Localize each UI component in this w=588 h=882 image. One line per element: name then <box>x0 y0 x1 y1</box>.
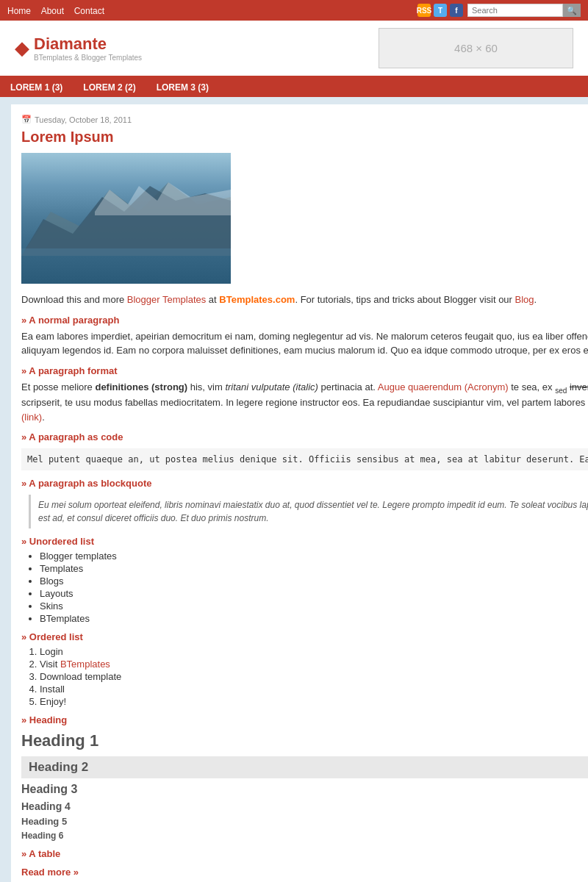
site-tagline: BTemplates & Blogger Templates <box>34 54 142 62</box>
pf-end2: . <box>42 412 45 423</box>
ol-item: Enjoy! <box>40 696 588 707</box>
logo-wrapper: ◆ Diamante BTemplates & Blogger Template… <box>15 35 142 62</box>
svg-rect-3 <box>21 248 231 256</box>
heading-4-demo: Heading 4 <box>21 800 588 812</box>
italic-text: tritani vulputate (italic) <box>225 381 318 392</box>
post-date-text: Tuesday, October 18, 2011 <box>35 115 132 124</box>
sub-text: sed <box>555 386 567 394</box>
logo: ◆ Diamante BTemplates & Blogger Template… <box>15 35 142 62</box>
section-heading-label: » Heading <box>21 714 588 725</box>
section-table: » A table <box>21 848 588 859</box>
search-button[interactable]: 🔍 <box>563 4 581 17</box>
top-right: RSS T f 🔍 <box>417 4 581 17</box>
search-input[interactable] <box>467 4 563 17</box>
heading-1-demo: Heading 1 <box>21 731 588 750</box>
nav-item-lorem3[interactable]: LOREM 3 (3) <box>146 78 219 97</box>
post-image <box>21 153 231 284</box>
nav-links: Home About Contact <box>7 5 112 16</box>
section-ol: » Ordered list <box>21 631 588 642</box>
btemplates-com-link[interactable]: BTemplates.com <box>219 294 295 305</box>
para-format-text: Et posse meliore definitiones (strong) h… <box>21 380 588 425</box>
ol-item: Login <box>40 646 588 657</box>
section-normal-para: » A normal paragraph <box>21 315 588 326</box>
ol-item: Download template <box>40 671 588 682</box>
post-date: 📅 Tuesday, October 18, 2011 <box>21 115 588 124</box>
section-blockquote: » A paragraph as blockquote <box>21 478 588 489</box>
facebook-icon[interactable]: f <box>450 4 463 17</box>
twitter-icon[interactable]: T <box>434 4 447 17</box>
ol-item: Visit BTemplates <box>40 659 588 670</box>
svg-marker-2 <box>95 182 231 215</box>
list-item: Templates <box>40 563 588 574</box>
intro-mid: at <box>206 294 219 305</box>
list-item: BTemplates <box>40 613 588 624</box>
pf-mid2: pertinacia at. <box>318 381 378 392</box>
contact-link[interactable]: Contact <box>74 6 104 16</box>
mountain-svg <box>21 153 231 256</box>
unordered-list: Blogger templates Templates Blogs Layout… <box>40 551 588 624</box>
home-link[interactable]: Home <box>7 6 31 16</box>
site-header: ◆ Diamante BTemplates & Blogger Template… <box>0 21 588 78</box>
banner-ad: 468 × 60 <box>379 28 573 68</box>
social-icons: RSS T f <box>417 4 463 17</box>
read-more-link[interactable]: Read more » <box>21 867 588 878</box>
nav-item-lorem2[interactable]: LOREM 2 (2) <box>73 78 146 97</box>
section-code: » A paragraph as code <box>21 431 588 442</box>
post-title: Lorem Ipsum <box>21 129 588 146</box>
pf-mid3: te sea, ex <box>509 381 556 392</box>
blog-link[interactable]: Blog <box>515 294 534 305</box>
heading-5-demo: Heading 5 <box>21 816 588 827</box>
section-para-format: » A paragraph format <box>21 365 588 376</box>
heading-2-demo: Heading 2 <box>21 756 588 778</box>
section-ul: » Unordered list <box>21 536 588 547</box>
main-navigation: LOREM 1 (3) LOREM 2 (2) LOREM 3 (3) <box>0 78 588 97</box>
intro-end2: . <box>534 294 537 305</box>
ol-item: Install <box>40 684 588 695</box>
heading-3-demo: Heading 3 <box>21 783 588 796</box>
nav-item-lorem1[interactable]: LOREM 1 (3) <box>0 78 73 97</box>
diamond-icon: ◆ <box>15 37 29 60</box>
rss-icon[interactable]: RSS <box>417 4 431 17</box>
acronym-link[interactable]: Augue quaerendum (Acronym) <box>378 381 509 392</box>
banner-text: 468 × 60 <box>454 42 498 54</box>
post-1: 📅 Tuesday, October 18, 2011 Lorem Ipsum … <box>21 115 588 882</box>
calendar-icon: 📅 <box>21 115 32 124</box>
top-navigation: Home About Contact RSS T f 🔍 <box>0 0 588 21</box>
code-block: Mel putent quaeque an, ut postea melius … <box>21 448 588 470</box>
about-link[interactable]: About <box>41 6 64 16</box>
ordered-list: Login Visit BTemplates Download template… <box>40 646 588 707</box>
btemplates-ol-link[interactable]: BTemplates <box>60 659 110 670</box>
intro-text: Download this and more <box>21 294 127 305</box>
main-content: 📅 Tuesday, October 18, 2011 Lorem Ipsum … <box>11 104 588 882</box>
main-wrapper: 📅 Tuesday, October 18, 2011 Lorem Ipsum … <box>4 97 584 882</box>
list-item: Skins <box>40 600 588 612</box>
heading-6-demo: Heading 6 <box>21 831 588 841</box>
list-item: Blogger templates <box>40 551 588 562</box>
list-item: Blogs <box>40 576 588 587</box>
normal-para-text: Ea eam labores imperdiet, apeirian democ… <box>21 329 588 358</box>
site-title: Diamante <box>34 35 142 54</box>
list-item: Layouts <box>40 588 588 599</box>
search-box: 🔍 <box>467 4 581 17</box>
del-text: invenire onoribus <box>570 381 588 392</box>
bold-text: definitiones (strong) <box>95 381 187 392</box>
intro-end: . For tutorials, tips and tricks about B… <box>295 294 514 305</box>
pf-text1: Et posse meliore <box>21 381 95 392</box>
pf-mid: his, vim <box>187 381 225 392</box>
blockquote-text: Eu mei solum oporteat eleifend, libris n… <box>29 495 588 528</box>
blogger-templates-link[interactable]: Blogger Templates <box>127 294 206 305</box>
intro-paragraph: Download this and more Blogger Templates… <box>21 293 588 307</box>
